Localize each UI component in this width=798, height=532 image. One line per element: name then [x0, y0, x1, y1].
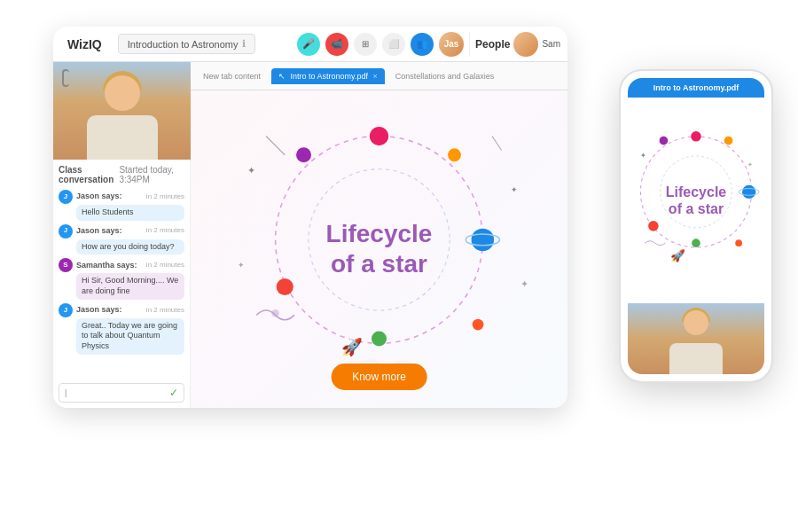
phone-webcam: [628, 303, 764, 374]
svg-point-26: [724, 137, 733, 145]
left-panel: Class conversation Started today, 3:34PM…: [53, 62, 191, 408]
svg-text:✦: ✦: [511, 185, 518, 194]
webcam-view: [53, 62, 191, 160]
laptop-mockup: WizIQ Introduction to Astronomy ℹ 🎤 📹 ⊞ …: [53, 27, 567, 408]
samantha-avatar: S: [59, 258, 73, 272]
svg-text:✦: ✦: [247, 165, 255, 176]
chat-messages: J Jason says: in 2 minutes Hello Student…: [59, 190, 184, 379]
tab-constellations[interactable]: Constellations and Galaxies: [388, 68, 502, 84]
svg-text:🚀: 🚀: [341, 337, 363, 357]
svg-point-30: [735, 239, 742, 246]
svg-text:🚀: 🚀: [670, 248, 685, 263]
msg-bubble: Hello Students: [76, 205, 184, 221]
svg-point-6: [277, 278, 293, 295]
sam-avatar: [513, 32, 538, 57]
chat-input-area[interactable]: | ✓: [59, 383, 184, 403]
slide-area: 🚀 ✦ ✦ ✦ ✦: [191, 90, 567, 408]
top-bar: WizIQ Introduction to Astronomy ℹ 🎤 📹 ⊞ …: [53, 27, 567, 62]
phone-header: Intro to Astronomy.pdf: [628, 78, 764, 98]
svg-point-24: [691, 131, 701, 142]
main-content: New tab content ↖ Intro to Astronomy.pdf…: [191, 62, 567, 408]
msg-header: J Jason says: in 2 minutes: [59, 190, 184, 204]
people-panel-inline: People Sam: [469, 32, 560, 57]
phone-person-face: [684, 310, 708, 335]
title-tab-info-icon: ℹ: [242, 38, 246, 50]
top-bar-controls: 🎤 📹 ⊞ ⬜ 👥 Jas People Sam: [297, 32, 560, 57]
msg-time: in 2 minutes: [146, 306, 184, 315]
msg-bubble: Hi Sir, Good Morning.... We are doing fi…: [76, 273, 184, 299]
svg-point-7: [372, 331, 387, 346]
laptop-screen: WizIQ Introduction to Astronomy ℹ 🎤 📹 ⊞ …: [53, 27, 567, 408]
wiziq-logo: WizIQ: [60, 37, 109, 51]
svg-point-3: [472, 229, 495, 252]
chat-header: Class conversation Started today, 3:34PM: [59, 165, 184, 184]
chat-area: Class conversation Started today, 3:34PM…: [53, 160, 190, 408]
screen-btn[interactable]: ⬜: [382, 33, 405, 56]
cam-button[interactable]: 📹: [325, 33, 348, 56]
jason-avatar: J: [59, 224, 73, 239]
msg-time: in 2 minutes: [146, 192, 184, 201]
phone-person-body: [669, 343, 723, 374]
jason-avatar: J: [59, 303, 73, 317]
msg-header: S Samantha says: in 2 minutes: [59, 258, 184, 272]
svg-point-27: [660, 137, 669, 145]
chat-started-time: Started today, 3:34PM: [119, 165, 184, 184]
svg-point-4: [448, 148, 461, 161]
msg-bubble: How are you doing today?: [76, 239, 184, 255]
mic-button[interactable]: 🎤: [297, 33, 320, 56]
svg-point-17: [271, 309, 279, 317]
msg-time: in 2 minutes: [146, 226, 184, 235]
msg-header: J Jason says: in 2 minutes: [59, 224, 184, 239]
msg-sender-name: Jason says:: [76, 226, 122, 237]
person-body: [87, 115, 158, 160]
msg-time: in 2 minutes: [146, 261, 184, 270]
tab-intro-pdf[interactable]: ↖ Intro to Astronomy.pdf ×: [271, 68, 385, 84]
content-area: Class conversation Started today, 3:34PM…: [53, 62, 567, 408]
list-item: J Jason says: in 2 minutes Hello Student…: [59, 190, 184, 221]
chat-send-button[interactable]: ✓: [169, 387, 178, 399]
people-btn[interactable]: 👥: [411, 33, 434, 56]
person-face: [105, 75, 140, 111]
user-avatar: Jas: [439, 32, 464, 57]
title-tab-label: Introduction to Astronomy: [128, 39, 239, 50]
chat-title: Class conversation: [59, 165, 119, 184]
list-item: J Jason says: in 2 minutes How are you d…: [59, 224, 184, 255]
msg-header: J Jason says: in 2 minutes: [59, 303, 184, 317]
know-more-button[interactable]: Know more: [331, 364, 427, 390]
sam-name: Sam: [542, 39, 560, 49]
tab-close-icon[interactable]: ×: [372, 72, 377, 81]
svg-text:✦: ✦: [520, 278, 528, 289]
phone-slide: 🚀 ✦ ✦ Lifecycleof a star: [628, 98, 764, 303]
slide-title-block: Lifecycleof a star: [326, 219, 433, 278]
msg-sender-name: Samantha says:: [76, 261, 137, 271]
title-tab[interactable]: Introduction to Astronomy ℹ: [118, 34, 255, 54]
phone-screen: Intro to Astronomy.pdf 🚀 ✦ ✦: [628, 78, 764, 374]
tab-new-content[interactable]: New tab content: [196, 68, 268, 84]
chat-input-field[interactable]: |: [65, 388, 166, 397]
svg-point-25: [742, 185, 755, 199]
headset-icon: [62, 69, 69, 87]
tabs-bar: New tab content ↖ Intro to Astronomy.pdf…: [191, 62, 567, 90]
svg-point-2: [370, 127, 388, 145]
layout-btn[interactable]: ⊞: [354, 33, 377, 56]
tab-icon: ↖: [278, 72, 286, 81]
svg-text:✦: ✦: [238, 261, 245, 270]
svg-point-29: [692, 239, 700, 247]
scene: WizIQ Introduction to Astronomy ℹ 🎤 📹 ⊞ …: [0, 0, 798, 532]
svg-point-5: [296, 147, 311, 162]
svg-point-28: [648, 221, 659, 231]
svg-point-8: [473, 319, 484, 331]
tab-label: Constellations and Galaxies: [395, 72, 495, 81]
msg-sender-name: Jason says:: [76, 305, 122, 316]
list-item: J Jason says: in 2 minutes Great.. Today…: [59, 303, 184, 355]
list-item: S Samantha says: in 2 minutes Hi Sir, Go…: [59, 258, 184, 299]
jason-avatar: J: [59, 190, 73, 204]
svg-line-16: [492, 137, 502, 151]
instructor-video: [53, 62, 191, 160]
phone-mockup: Intro to Astronomy.pdf 🚀 ✦ ✦: [621, 71, 771, 381]
tab-label: Intro to Astronomy.pdf: [291, 72, 368, 81]
svg-text:✦: ✦: [747, 161, 753, 168]
tab-label: New tab content: [203, 72, 261, 81]
svg-text:✦: ✦: [640, 152, 646, 160]
msg-bubble: Great.. Today we are going to talk about…: [76, 318, 184, 355]
